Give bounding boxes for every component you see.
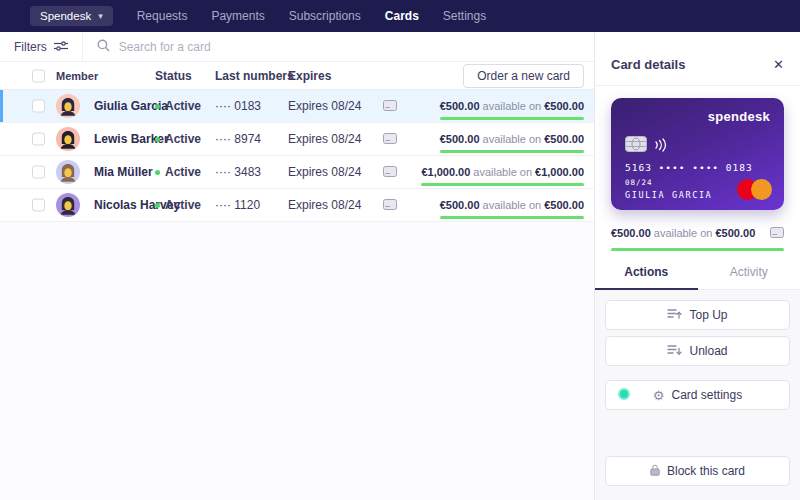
panel-balance-text: available on: [654, 227, 713, 239]
contactless-icon: [653, 138, 667, 156]
panel-balance: €500.00available on€500.00: [611, 224, 784, 242]
card-brand-logo: spendesk: [708, 109, 770, 124]
nav-item[interactable]: Settings: [443, 9, 486, 23]
balance-progress-bar: [440, 150, 584, 153]
expires: Expires 08/24: [288, 165, 361, 179]
mastercard-icon: [737, 179, 772, 200]
last-numbers: ···· 8974: [215, 132, 261, 146]
app-window: Spendesk ▾ Requests Payments Subscriptio…: [0, 0, 800, 500]
row-checkbox[interactable]: [32, 133, 45, 146]
table-row[interactable]: Nicolas Harvey Active ···· 1120 Expires …: [0, 189, 594, 222]
amount-available: €500.00: [440, 199, 480, 211]
status-label: Active: [165, 99, 201, 113]
amount-available-text: available on: [483, 100, 542, 112]
nav-item[interactable]: Cards: [385, 9, 419, 23]
card-holder-name: GIULIA GARCIA: [625, 190, 712, 200]
panel-tab[interactable]: Actions: [595, 265, 698, 290]
card-details-panel: Card details ✕ spendesk 5163 •: [595, 32, 800, 500]
balance-progress-bar: [440, 117, 584, 120]
select-all-checkbox[interactable]: [32, 69, 45, 82]
table-row[interactable]: Mia Müller Active ···· 3483 Expires 08/2…: [0, 156, 594, 189]
filters-bar: Filters: [0, 32, 594, 62]
status-dot-icon: [155, 104, 160, 109]
main-area: Filters Member Status: [0, 32, 595, 500]
panel-balance-total: €500.00: [715, 227, 755, 239]
panel-balance-progress-bar: [611, 248, 784, 251]
avatar: [56, 160, 80, 184]
status-badge: Active: [155, 165, 201, 179]
top-nav: Spendesk ▾ Requests Payments Subscriptio…: [0, 0, 800, 32]
unload-label: Unload: [689, 344, 727, 358]
card-icon: [383, 163, 397, 181]
search-area: [83, 38, 594, 56]
available-amount: €500.00available on€500.00: [440, 96, 584, 120]
block-card-button[interactable]: Block this card: [605, 456, 790, 486]
amount-available-text: available on: [483, 133, 542, 145]
amount-available: €500.00: [440, 100, 480, 112]
nav-item[interactable]: Payments: [211, 9, 264, 23]
status-dot-icon: [155, 137, 160, 142]
gear-icon: ⚙: [653, 389, 665, 402]
status-dot-icon: [155, 170, 160, 175]
table-header: Member Status Last numbers Expires Order…: [0, 62, 594, 90]
panel-tab[interactable]: Activity: [698, 265, 800, 289]
status-dot-icon: [155, 203, 160, 208]
amount-available-text: available on: [483, 199, 542, 211]
balance-progress-bar: [421, 183, 584, 186]
row-checkbox[interactable]: [32, 100, 45, 113]
sliders-icon: [54, 40, 68, 54]
card-chip-icon: [625, 136, 647, 156]
search-input[interactable]: [119, 40, 469, 54]
card-icon: [383, 130, 397, 148]
nav-item[interactable]: Subscriptions: [289, 9, 361, 23]
virtual-card: spendesk 5163 •••• •••• 0183 08/24 GIULI…: [611, 98, 784, 210]
card-settings-button[interactable]: ⚙ Card settings: [605, 380, 790, 410]
status-label: Active: [165, 132, 201, 146]
column-header-last-numbers: Last numbers: [215, 69, 294, 83]
amount-total: €500.00: [544, 199, 584, 211]
workspace-switcher[interactable]: Spendesk ▾: [30, 6, 113, 26]
status-label: Active: [165, 165, 201, 179]
last-numbers: ···· 0183: [215, 99, 261, 113]
panel-header: Card details ✕: [595, 32, 800, 86]
search-icon: [97, 38, 110, 56]
member-name: Mia Müller: [94, 165, 153, 179]
card-icon: [383, 196, 397, 214]
column-header-status: Status: [155, 69, 192, 83]
expires: Expires 08/24: [288, 198, 361, 212]
status-badge: Active: [155, 99, 201, 113]
top-up-icon: [667, 308, 682, 323]
lock-icon: [650, 464, 660, 479]
expires: Expires 08/24: [288, 99, 361, 113]
close-icon[interactable]: ✕: [773, 57, 784, 72]
panel-actions: Top Up Unload ⚙ Card settings: [595, 290, 800, 500]
column-header-expires: Expires: [288, 69, 331, 83]
table-row[interactable]: Giulia Garcia Active ···· 0183 Expires 0…: [0, 90, 594, 123]
card-number: 5163 •••• •••• 0183: [625, 162, 753, 173]
amount-total: €500.00: [544, 133, 584, 145]
panel-balance-available: €500.00: [611, 227, 651, 239]
panel-title: Card details: [611, 57, 685, 72]
available-amount: €500.00available on€500.00: [440, 195, 584, 219]
top-up-button[interactable]: Top Up: [605, 300, 790, 330]
avatar: [56, 193, 80, 217]
nav-item[interactable]: Requests: [137, 9, 188, 23]
available-amount: €1,000.00available on€1,000.00: [421, 162, 584, 186]
amount-total: €1,000.00: [535, 166, 584, 178]
settings-indicator-dot: [618, 388, 630, 400]
card-icon: [383, 97, 397, 115]
available-amount: €500.00available on€500.00: [440, 129, 584, 153]
amount-available-text: available on: [473, 166, 532, 178]
unload-button[interactable]: Unload: [605, 336, 790, 366]
order-new-card-button[interactable]: Order a new card: [463, 64, 584, 88]
table-row[interactable]: Lewis Barker Active ···· 8974 Expires 08…: [0, 123, 594, 156]
expires: Expires 08/24: [288, 132, 361, 146]
balance-progress-bar: [440, 216, 584, 219]
filters-label: Filters: [14, 40, 47, 54]
top-up-label: Top Up: [689, 308, 727, 322]
card-settings-label: Card settings: [671, 388, 742, 402]
row-checkbox[interactable]: [32, 166, 45, 179]
row-checkbox[interactable]: [32, 199, 45, 212]
avatar: [56, 94, 80, 118]
filters-button[interactable]: Filters: [0, 32, 83, 61]
